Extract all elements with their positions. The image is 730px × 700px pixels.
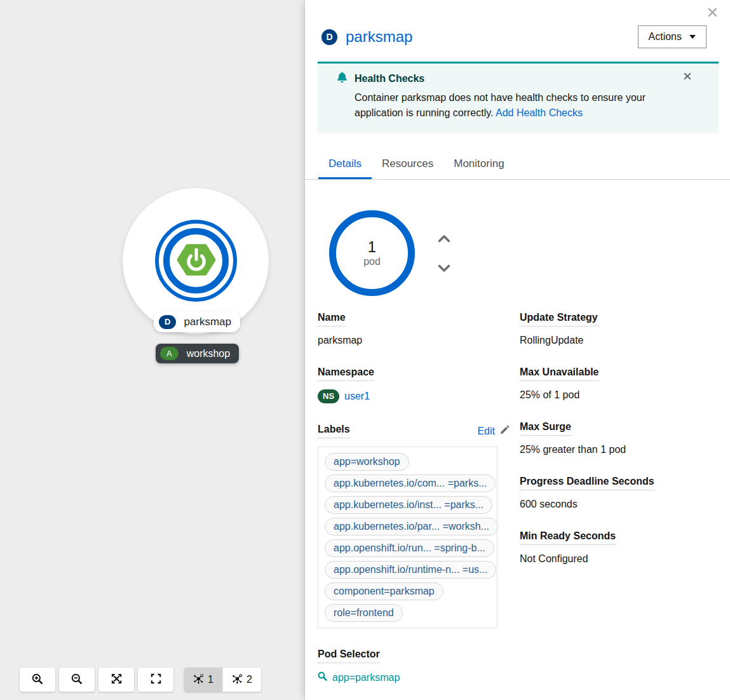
field-label: Labels <box>318 424 350 438</box>
zoom-in-icon <box>31 673 44 687</box>
application-label-text: workshop <box>187 348 230 360</box>
reset-view-button[interactable] <box>138 668 173 692</box>
search-icon <box>318 671 327 683</box>
caret-down-icon <box>689 35 696 39</box>
label-pill[interactable]: app.kubernetes.io/inst... =parks... <box>325 496 492 514</box>
reset-view-icon <box>150 673 162 687</box>
panel-close-button[interactable] <box>707 7 718 18</box>
tab-details[interactable]: Details <box>318 149 372 179</box>
close-icon <box>683 73 692 83</box>
namespace-badge: NS <box>318 389 339 403</box>
topology-icon <box>193 673 204 687</box>
field-max-unavailable: Max Unavailable 25% of 1 pod <box>520 367 717 401</box>
fit-to-screen-icon <box>111 673 123 687</box>
resource-side-panel: D parksmap Actions Health Checks Contain… <box>304 0 730 700</box>
zoom-out-icon <box>71 673 83 687</box>
alert-close-button[interactable] <box>683 72 692 81</box>
field-value: RollingUpdate <box>520 335 717 346</box>
field-max-surge: Max Surge 25% greater than 1 pod <box>520 421 717 455</box>
tab-monitoring[interactable]: Monitoring <box>443 149 514 179</box>
detail-level-1-label: 1 <box>208 674 213 685</box>
actions-dropdown-button[interactable]: Actions <box>638 25 706 48</box>
namespace-link[interactable]: user1 <box>344 391 370 402</box>
label-pill[interactable]: app.kubernetes.io/par... =worksh... <box>325 518 498 535</box>
label-pill[interactable]: app.kubernetes.io/com... =parks... <box>325 475 496 492</box>
panel-header: D parksmap Actions <box>321 25 706 48</box>
field-label: Max Unavailable <box>520 367 599 381</box>
field-namespace: Namespace NS user1 <box>318 367 520 403</box>
fit-to-screen-button[interactable] <box>98 668 134 692</box>
detail-level-group: 1 <box>184 668 261 692</box>
field-progress-deadline: Progress Deadline Seconds 600 seconds <box>520 476 717 510</box>
label-pill[interactable]: role=frontend <box>325 604 403 622</box>
deployment-badge: D <box>159 315 176 329</box>
field-value: parksmap <box>318 335 520 346</box>
topology-toolbar: 1 <box>20 668 261 692</box>
labels-list: app=workshop app.kubernetes.io/com... =p… <box>318 447 497 628</box>
scale-down-button[interactable] <box>434 263 454 274</box>
field-label: Progress Deadline Seconds <box>520 476 654 490</box>
chevron-up-icon <box>438 235 450 245</box>
application-badge: A <box>160 347 179 360</box>
field-label: Namespace <box>318 367 374 381</box>
field-label: Update Strategy <box>520 312 598 326</box>
application-label-workshop[interactable]: A workshop <box>156 344 239 363</box>
alert-title: Health Checks <box>355 73 424 84</box>
page-title[interactable]: parksmap <box>346 28 412 46</box>
zoom-out-button[interactable] <box>59 668 95 692</box>
spring-boot-icon <box>177 241 215 281</box>
actions-label: Actions <box>649 31 682 43</box>
field-value: 25% of 1 pod <box>520 389 717 401</box>
label-pill[interactable]: app.openshift.io/runtime-n... =us... <box>325 561 496 579</box>
add-health-checks-link[interactable]: Add Health Checks <box>496 107 583 118</box>
pod-selector-link[interactable]: app=parksmap <box>318 671 520 683</box>
zoom-in-button[interactable] <box>20 668 55 692</box>
field-label: Name <box>318 312 346 326</box>
panel-tabs: Details Resources Monitoring <box>305 149 730 180</box>
field-name: Name parksmap <box>318 312 520 346</box>
field-pod-selector: Pod Selector app=parksmap <box>318 649 520 683</box>
field-value: 25% greater than 1 pod <box>520 444 717 455</box>
health-checks-alert: Health Checks Container parksmap does no… <box>318 62 719 133</box>
pod-status-ring <box>163 228 229 293</box>
field-min-ready: Min Ready Seconds Not Configured <box>520 530 717 565</box>
detail-level-1-button[interactable]: 1 <box>184 668 222 692</box>
pod-count-donut[interactable]: 1 pod <box>329 210 415 296</box>
field-value: Not Configured <box>520 553 717 565</box>
field-update-strategy: Update Strategy RollingUpdate <box>520 312 717 346</box>
pod-selector-value: app=parksmap <box>332 672 400 683</box>
tab-resources[interactable]: Resources <box>372 149 443 179</box>
pencil-icon <box>500 425 510 437</box>
field-label: Pod Selector <box>318 649 380 663</box>
detail-level-2-button[interactable]: 2 <box>222 668 261 692</box>
pod-unit-label: pod <box>363 255 381 267</box>
edit-labels-button[interactable]: Edit <box>477 425 510 437</box>
edit-label: Edit <box>477 426 495 437</box>
chevron-down-icon <box>438 265 450 274</box>
node-label-parksmap[interactable]: D parksmap <box>154 311 240 332</box>
pod-count: 1 <box>368 239 376 255</box>
field-label: Min Ready Seconds <box>520 530 616 545</box>
label-pill[interactable]: app.openshift.io/run... =spring-b... <box>325 539 494 557</box>
details-tab-content: 1 pod <box>305 180 730 700</box>
scale-up-button[interactable] <box>434 233 454 244</box>
deployment-node-parksmap[interactable] <box>155 220 237 302</box>
label-pill[interactable]: component=parksmap <box>325 582 443 600</box>
field-value: 600 seconds <box>520 499 717 510</box>
topology-icon <box>232 673 243 687</box>
field-label: Max Surge <box>520 421 571 436</box>
node-label-text: parksmap <box>184 316 231 328</box>
detail-level-2-label: 2 <box>247 674 252 685</box>
bell-icon <box>337 72 348 85</box>
deployment-badge: D <box>321 29 337 45</box>
close-icon <box>707 10 718 20</box>
field-labels: Labels Edit app=workshop app.ku <box>318 424 520 628</box>
label-pill[interactable]: app=workshop <box>325 453 409 471</box>
